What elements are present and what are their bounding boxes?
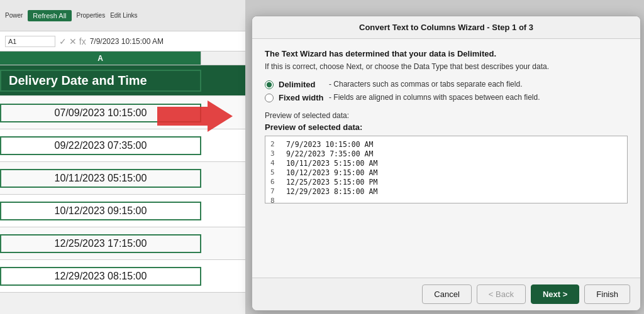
preview-title: Preview of selected data: xyxy=(265,122,628,132)
preview-row: 5 10/12/2023 9:15:00 AM xyxy=(270,168,622,177)
dialog-footer: Cancel < Back Next > Finish xyxy=(252,278,640,310)
preview-row-number: 5 xyxy=(270,168,282,177)
radio-fixed-label: Fixed width xyxy=(279,93,329,102)
dialog-overlay: Convert Text to Columns Wizard - Step 1 … xyxy=(245,9,644,314)
excel-toolbar: Power Refresh All Properties Edit Links xyxy=(0,0,245,31)
preview-row-data: 9/22/2023 7:35:00 AM xyxy=(282,149,373,158)
preview-row: 8 xyxy=(270,197,622,203)
preview-row-number: 2 xyxy=(270,140,282,149)
data-cell: 09/22/2023 07:35:00 xyxy=(0,136,201,155)
radio-fixed[interactable] xyxy=(265,94,274,102)
preview-row-number: 8 xyxy=(270,197,282,203)
preview-row: 6 12/25/2023 5:15:00 PM xyxy=(270,178,622,187)
formula-sep: ✓ ✕ fx xyxy=(59,36,86,46)
data-cell: 10/12/2023 09:15:00 xyxy=(0,202,201,220)
preview-row: 4 10/11/2023 5:15:00 AM xyxy=(270,159,622,168)
data-cell: 12/25/2023 17:15:00 xyxy=(0,234,201,253)
preview-row-data: 10/12/2023 9:15:00 AM xyxy=(282,168,377,177)
table-row: 10/12/2023 09:15:00 xyxy=(0,195,245,227)
preview-row-number: 6 xyxy=(270,178,282,187)
preview-label: Preview of selected data: xyxy=(265,111,628,120)
wizard-dialog: Convert Text to Columns Wizard - Step 1 … xyxy=(252,16,641,311)
preview-row-data: 7/9/2023 10:15:00 AM xyxy=(282,140,373,149)
preview-row-number: 3 xyxy=(270,149,282,158)
data-preview-box: 2 7/9/2023 10:15:00 AM3 9/22/2023 7:35:0… xyxy=(265,136,628,203)
table-row: 10/11/2023 05:15:00 xyxy=(0,162,245,195)
data-type-radio-group: Delimited - Characters such as commas or… xyxy=(265,80,628,102)
back-button[interactable]: < Back xyxy=(477,284,526,304)
formula-bar: A1 ✓ ✕ fx 7/9/2023 10:15:00 AM xyxy=(0,31,245,51)
edit-links-label: Edit Links xyxy=(110,12,137,19)
wizard-subtitle: If this is correct, choose Next, or choo… xyxy=(265,62,628,71)
dialog-title: Convert Text to Columns Wizard - Step 1 … xyxy=(252,16,640,39)
preview-row: 2 7/9/2023 10:15:00 AM xyxy=(270,140,622,149)
table-row: 12/25/2023 17:15:00 xyxy=(0,227,245,260)
header-cell: Delivery Date and Time xyxy=(0,70,201,92)
radio-fixed-desc: - Fields are aligned in columns with spa… xyxy=(329,93,540,102)
preview-row-number: 4 xyxy=(270,159,282,168)
preview-row: 3 9/22/2023 7:35:00 AM xyxy=(270,149,622,158)
finish-button[interactable]: Finish xyxy=(584,284,630,304)
wizard-intro: The Text Wizard has determined that your… xyxy=(265,49,628,58)
formula-content: 7/9/2023 10:15:00 AM xyxy=(90,37,240,46)
properties-label: Properties xyxy=(77,12,106,19)
preview-row-data: 12/29/2023 8:15:00 AM xyxy=(282,187,377,196)
cell-name-box[interactable]: A1 xyxy=(5,36,55,47)
radio-delimited-label: Delimited xyxy=(279,80,329,89)
data-cell: 10/11/2023 05:15:00 xyxy=(0,169,201,188)
radio-delimited-desc: - Characters such as commas or tabs sepa… xyxy=(329,80,522,89)
column-header-row: A xyxy=(0,51,245,65)
arrow-indicator xyxy=(157,97,233,135)
preview-row: 7 12/29/2023 8:15:00 AM xyxy=(270,187,622,196)
preview-row-data: 12/25/2023 5:15:00 PM xyxy=(282,178,377,187)
preview-row-data xyxy=(282,197,286,203)
wizard-intro-bold: The Text Wizard has determined that your… xyxy=(265,49,496,58)
power-query-label: Power xyxy=(5,12,23,19)
refresh-all-button[interactable]: Refresh All xyxy=(28,10,71,21)
data-cell: 12/29/2023 08:15:00 xyxy=(0,267,201,286)
col-b-header xyxy=(201,51,245,65)
col-a-header: A xyxy=(0,51,201,65)
excel-data-rows: Delivery Date and Time xyxy=(0,65,245,95)
cancel-button[interactable]: Cancel xyxy=(422,284,471,304)
next-button[interactable]: Next > xyxy=(531,284,579,304)
preview-row-number: 7 xyxy=(270,187,282,196)
radio-item-delimited: Delimited - Characters such as commas or… xyxy=(265,80,628,89)
radio-item-fixed: Fixed width - Fields are aligned in colu… xyxy=(265,93,628,102)
header-row: Delivery Date and Time xyxy=(0,65,245,95)
preview-row-data: 10/11/2023 5:15:00 AM xyxy=(282,159,377,168)
table-row: 12/29/2023 08:15:00 xyxy=(0,260,245,293)
svg-marker-0 xyxy=(157,100,233,132)
radio-delimited[interactable] xyxy=(265,80,274,89)
dialog-body: The Text Wizard has determined that your… xyxy=(252,39,640,278)
